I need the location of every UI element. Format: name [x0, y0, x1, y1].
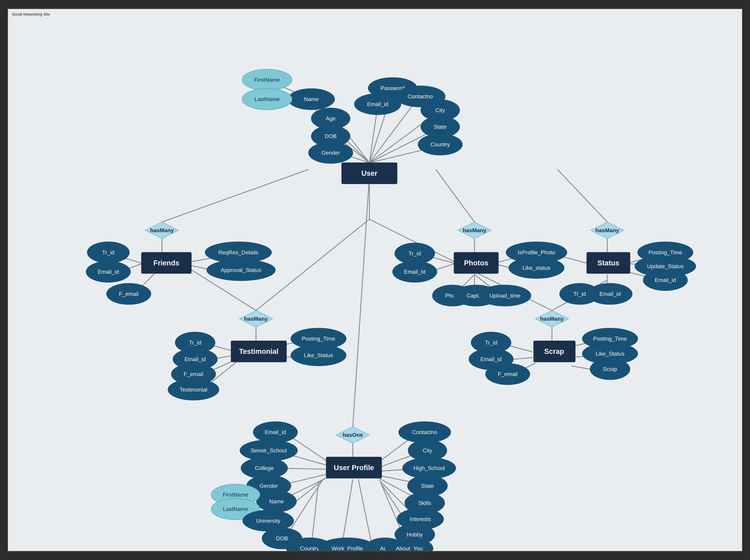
svg-text:hasMany: hasMany	[150, 227, 174, 233]
svg-text:Gender: Gender	[322, 149, 340, 156]
svg-text:Contactno: Contactno	[408, 93, 433, 99]
svg-line-14	[436, 169, 474, 222]
svg-text:Like_Status: Like_Status	[596, 351, 625, 357]
attr-trid-friends: Tr_id	[87, 242, 129, 263]
svg-text:Email_id: Email_id	[367, 101, 388, 107]
entity-photos[interactable]: Photos	[454, 252, 498, 273]
svg-text:Country: Country	[300, 545, 320, 552]
attr-firstname-user: FirstName	[242, 69, 292, 91]
svg-line-19	[256, 219, 369, 310]
svg-text:Email_id: Email_id	[265, 429, 286, 435]
svg-text:FirstName: FirstName	[223, 492, 248, 498]
attr-name-profile: Name	[257, 491, 297, 512]
svg-text:Senoir_School: Senoir_School	[251, 447, 287, 454]
svg-text:Friends: Friends	[154, 259, 179, 267]
svg-text:LastName: LastName	[255, 96, 280, 102]
entity-status[interactable]: Status	[587, 252, 630, 273]
entity-user-profile[interactable]: User Profile	[326, 457, 382, 478]
svg-text:User Profile: User Profile	[334, 463, 374, 472]
svg-text:hasMany: hasMany	[244, 316, 268, 322]
svg-text:Skills: Skills	[418, 500, 431, 506]
svg-text:Scrap: Scrap	[603, 366, 617, 372]
svg-text:University: University	[256, 518, 280, 524]
svg-text:Name: Name	[304, 96, 319, 102]
attr-emailid-profile: Email_id	[253, 422, 298, 443]
svg-text:City: City	[435, 107, 445, 113]
svg-text:DOB: DOB	[276, 535, 288, 541]
svg-text:Posting_Time: Posting_Time	[593, 336, 627, 342]
svg-text:hasMany: hasMany	[463, 227, 486, 233]
svg-text:Email_Id: Email_Id	[404, 268, 426, 275]
svg-text:About_You: About_You	[396, 545, 423, 552]
svg-text:F_email: F_email	[119, 291, 139, 297]
svg-text:Email_id: Email_id	[600, 291, 621, 297]
svg-text:Posting_Time: Posting_Time	[302, 336, 336, 342]
svg-text:Like_Status: Like_Status	[304, 352, 333, 358]
svg-text:City: City	[423, 447, 432, 454]
svg-text:Testimonial: Testimonial	[180, 386, 207, 393]
rel-hasmany-scrap: hasMany	[535, 311, 569, 327]
svg-text:Age: Age	[326, 115, 336, 122]
svg-text:Status: Status	[597, 259, 620, 267]
svg-text:Contactno: Contactno	[412, 429, 438, 435]
rel-hasmany-photos: hasMany	[458, 222, 491, 238]
svg-text:Email_id: Email_id	[185, 356, 206, 362]
rel-hasone: hasOne	[336, 426, 369, 443]
svg-text:FirstName: FirstName	[254, 77, 280, 83]
attr-likestatus-testimonial: Like_Status	[291, 345, 346, 366]
svg-text:Tr_id: Tr_id	[189, 339, 201, 345]
attr-emailid-status: Email_id	[588, 283, 632, 304]
svg-text:Update_Status: Update_Status	[647, 263, 684, 269]
svg-text:Tr_id: Tr_id	[485, 339, 498, 345]
attr-testimonial-attr: Testimonial	[168, 379, 219, 400]
attr-country-user: Country	[418, 134, 462, 155]
svg-text:ReqRes_Details: ReqRes_Details	[218, 249, 258, 255]
svg-text:Email_id: Email_id	[481, 356, 502, 362]
svg-text:Email_id: Email_id	[98, 268, 119, 275]
svg-text:State: State	[434, 124, 447, 130]
svg-line-66	[342, 479, 353, 547]
attr-approval-friends: Approval_Status	[207, 260, 276, 281]
attr-femail-friends: F_email	[107, 283, 151, 304]
attr-gender-user: Gender	[308, 142, 353, 163]
svg-text:Scrap: Scrap	[544, 347, 564, 355]
attr-emailid-photos: Email_Id	[393, 261, 437, 282]
svg-line-12	[162, 169, 308, 222]
entity-user[interactable]: User	[342, 163, 397, 184]
svg-text:hasOne: hasOne	[343, 432, 363, 438]
svg-text:Approval_Status: Approval_Status	[221, 267, 261, 273]
svg-line-67	[358, 479, 372, 547]
entity-scrap[interactable]: Scrap	[534, 341, 575, 362]
svg-text:Testimonial: Testimonial	[239, 347, 279, 355]
svg-text:Posting_Time: Posting_Time	[649, 249, 682, 255]
rel-hasmany-testimonial: hasMany	[240, 311, 272, 327]
svg-text:Tr_id: Tr_id	[409, 251, 421, 257]
svg-text:F_email: F_email	[498, 371, 518, 377]
attr-likestatus-photos: Like_status	[509, 257, 564, 278]
entity-testimonial[interactable]: Testimonial	[231, 341, 286, 362]
attr-femail-scrap: F_email	[486, 363, 530, 385]
svg-text:LastName: LastName	[223, 506, 248, 512]
svg-line-15	[558, 169, 607, 222]
svg-text:Upload_time: Upload_time	[489, 292, 521, 299]
attr-scrap-attr: Scrap	[590, 359, 630, 380]
rel-hasmany-status: hasMany	[591, 222, 624, 238]
attr-uploadtime: Upload_time	[479, 285, 531, 306]
svg-text:Tr_id: Tr_id	[102, 249, 115, 255]
attr-emailid2-status: Email_id	[643, 269, 687, 291]
svg-text:Photos: Photos	[464, 259, 488, 267]
svg-text:Like_status: Like_status	[523, 265, 550, 271]
svg-line-25	[353, 176, 369, 426]
svg-text:Work_Profile: Work_Profile	[331, 545, 363, 552]
svg-text:DOB: DOB	[325, 133, 337, 139]
svg-text:IsProfile_Photo: IsProfile_Photo	[518, 249, 555, 255]
svg-text:hasMany: hasMany	[540, 316, 564, 322]
rel-hasmany-friends: hasMany	[145, 222, 179, 238]
svg-text:Email_id: Email_id	[655, 277, 676, 283]
attr-lastname-user: LastName	[242, 88, 292, 110]
attr-name: Name	[288, 88, 335, 110]
entity-friends[interactable]: Friends	[142, 252, 191, 273]
svg-text:hasMany: hasMany	[595, 227, 619, 233]
svg-text:User: User	[361, 169, 378, 177]
svg-text:Name: Name	[269, 498, 284, 504]
